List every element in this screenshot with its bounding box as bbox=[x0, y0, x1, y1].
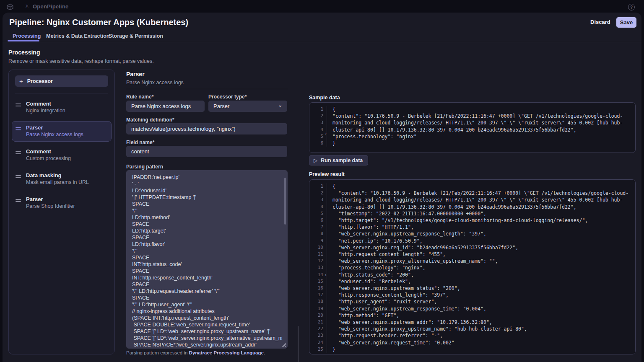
processor-type-select[interactable]: Parser ⌄ bbox=[208, 101, 287, 112]
matching-definition-label: Matching definition* bbox=[126, 117, 174, 123]
processor-type-label: Parser bbox=[26, 124, 83, 131]
code-text: } bbox=[327, 140, 335, 147]
code-line: 14› "http.status_code": "200", bbox=[309, 272, 635, 278]
code-text: "http.response_content_length": "397", bbox=[327, 292, 449, 298]
chevron-down-icon: ⌄ bbox=[278, 101, 283, 108]
code-line: 2› "content": "10.176.50.9 - Berbelek [2… bbox=[309, 190, 635, 197]
code-line: 12› "web_server.nginx.proxy_alternative_… bbox=[309, 258, 635, 264]
line-number: 5 bbox=[320, 211, 323, 216]
save-button[interactable]: Save bbox=[616, 17, 636, 28]
processor-type-label: Data masking bbox=[26, 172, 89, 179]
code-line: 25› } bbox=[309, 346, 635, 353]
tab-metrics-data-extraction[interactable]: Metrics & Data Extraction bbox=[46, 33, 109, 39]
add-processor-button[interactable]: + Processor bbox=[15, 75, 108, 87]
drag-handle-icon[interactable] bbox=[16, 151, 21, 155]
app-logo-icon[interactable] bbox=[6, 3, 14, 11]
field-name-input[interactable]: content bbox=[126, 146, 287, 157]
dpl-link[interactable]: Dynatrace Processing Language bbox=[189, 350, 264, 355]
help-icon[interactable]: ? bbox=[628, 4, 635, 10]
code-line: 10› "web_server.nginx.req_id": "b24eadc9… bbox=[309, 244, 635, 251]
code-text: } bbox=[327, 346, 335, 353]
code-text: cluster-api-80] [] 10.179.136.32:80 397 … bbox=[327, 204, 576, 210]
code-line: 24› "web_server.nginx.request_time": "0.… bbox=[309, 339, 635, 346]
code-text: "net.peer.ip": "10.176.50.9", bbox=[327, 238, 423, 244]
rule-name-input[interactable]: Parse Nginx access logs bbox=[126, 101, 205, 112]
line-number: 8 bbox=[320, 231, 323, 236]
code-line: 13› "process.technology": "nginx", bbox=[309, 264, 635, 271]
code-line: 1› { bbox=[309, 106, 635, 113]
preview-result-label: Preview result bbox=[309, 171, 345, 177]
line-number: 10 bbox=[318, 245, 323, 250]
processor-list-item[interactable]: Comment Custom processing bbox=[12, 145, 112, 165]
line-number: 14 bbox=[318, 272, 323, 277]
drag-handle-icon[interactable] bbox=[16, 103, 21, 108]
tab-storage-permission[interactable]: Storage & Permission bbox=[109, 33, 163, 39]
code-line: 22› "web_server.nginx.proxy_upstream_nam… bbox=[309, 326, 635, 332]
add-processor-label: Processor bbox=[27, 78, 53, 84]
drag-handle-icon[interactable] bbox=[16, 199, 21, 203]
discard-button[interactable]: Discard bbox=[590, 19, 610, 25]
processor-list-item[interactable]: Comment Nginx integration bbox=[12, 97, 112, 118]
line-number: 20 bbox=[318, 313, 323, 318]
line-number: 2 bbox=[320, 190, 323, 196]
code-text: "http.status_code": "200", bbox=[327, 272, 414, 278]
parsing-pattern-text: IPADDR:'net.peer.ip' ' - ' LD:'enduser.i… bbox=[132, 174, 282, 349]
code-text: "process.technology": "nginx" bbox=[327, 133, 417, 140]
line-number: 16 bbox=[318, 285, 323, 291]
processor-list-item[interactable]: Parser Parse Nginx access logs bbox=[12, 121, 112, 142]
editor-title: Parser bbox=[126, 71, 145, 78]
plus-icon: + bbox=[19, 78, 23, 85]
line-number: 17 bbox=[318, 292, 323, 297]
sample-data-label: Sample data bbox=[309, 95, 340, 101]
form-scrollbar[interactable] bbox=[298, 326, 299, 362]
line-number: 15 bbox=[318, 279, 323, 284]
run-sample-data-button[interactable]: ▷ Run sample data bbox=[309, 155, 368, 165]
code-line: 4› cluster-api-80] [] 10.179.136.32:80 3… bbox=[309, 204, 635, 210]
code-text: "web_server.nginx.proxy_alternative_upst… bbox=[327, 258, 498, 264]
editor-divider bbox=[126, 89, 288, 89]
code-text: "web_server.nginx.upstream_response_leng… bbox=[327, 230, 486, 237]
drag-handle-icon[interactable] bbox=[16, 175, 21, 179]
drag-handle-icon[interactable] bbox=[16, 127, 21, 132]
code-line: 9› "net.peer.ip": "10.176.50.9", bbox=[309, 238, 635, 244]
preview-result-block[interactable]: 1› { 2› "content": "10.176.50.9 - Berbel… bbox=[309, 179, 636, 354]
app-name[interactable]: OpenPipeline bbox=[33, 3, 68, 10]
line-number: 19 bbox=[318, 306, 323, 311]
code-line: 3› monitoring-and-cloud-logging/releases… bbox=[309, 119, 635, 126]
parsing-pattern-caption: Parsing pattern expressed in Dynatrace P… bbox=[126, 350, 265, 355]
code-line: 16› "web_server.nginx.upstream_status": … bbox=[309, 285, 635, 292]
code-text: "web_server.nginx.upstream_status": "200… bbox=[327, 285, 460, 292]
line-number: 11 bbox=[318, 251, 323, 257]
code-text: { bbox=[327, 183, 335, 190]
parsing-pattern-textarea[interactable]: IPADDR:'net.peer.ip' ' - ' LD:'enduser.i… bbox=[126, 170, 288, 349]
code-text: "http.user_agent": "ruxit server", bbox=[327, 298, 437, 305]
fold-chevron-icon[interactable]: › bbox=[324, 272, 327, 279]
line-number: 4 bbox=[320, 127, 323, 132]
code-line: 2› "content": "10.176.50.9 - Berbelek [2… bbox=[309, 113, 635, 119]
processor-list: Comment Nginx integration Parser Parse N… bbox=[12, 97, 112, 217]
code-line: 20› "http.method": "GET", bbox=[309, 312, 635, 319]
code-text: "timestamp": "2022-02-21T11:16:47.000000… bbox=[327, 210, 486, 217]
play-icon: ▷ bbox=[314, 158, 317, 163]
sample-data-block[interactable]: 1› { 2› "content": "10.176.50.9 - Berbel… bbox=[309, 102, 636, 153]
tab-processing[interactable]: Processing bbox=[13, 33, 41, 39]
textarea-scrollbar[interactable] bbox=[284, 178, 286, 225]
processor-type-label: Comment bbox=[26, 148, 71, 155]
openpipeline-icon: ✳ bbox=[25, 3, 29, 9]
processor-list-item[interactable]: Parser Parse Shop Idenfitier bbox=[12, 193, 112, 213]
tabs-divider bbox=[3, 42, 641, 42]
line-number: 5 bbox=[320, 134, 323, 139]
line-number: 9 bbox=[320, 238, 323, 243]
line-number: 3 bbox=[320, 197, 323, 202]
processor-name-label: Nginx integration bbox=[26, 107, 65, 114]
code-text: "content": "10.176.50.9 - Berbelek [21/F… bbox=[327, 113, 623, 119]
processor-type-label: Comment bbox=[26, 101, 65, 107]
line-number: 12 bbox=[318, 258, 323, 264]
line-number: 24 bbox=[318, 340, 323, 345]
line-number: 6 bbox=[320, 140, 323, 146]
processor-name-label: Custom processing bbox=[26, 155, 71, 162]
matching-definition-input[interactable]: matchesValue(process.technology, "nginx"… bbox=[126, 123, 287, 134]
run-sample-data-label: Run sample data bbox=[321, 158, 363, 163]
code-line: 5› "timestamp": "2022-02-21T11:16:47.000… bbox=[309, 210, 635, 217]
processor-list-item[interactable]: Data masking Mask email params in URL bbox=[12, 169, 112, 189]
